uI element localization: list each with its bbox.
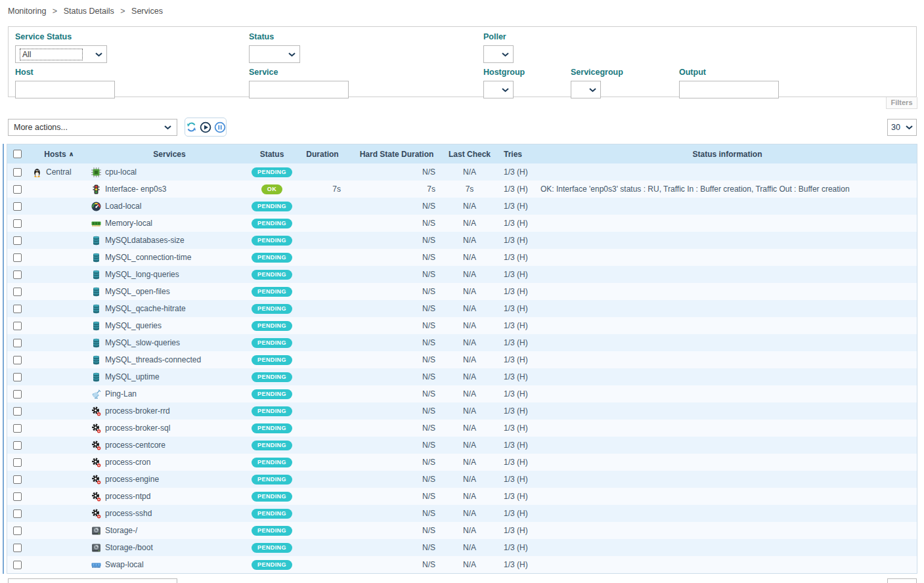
status-badge: PENDING [252,423,292,433]
column-header-services[interactable]: Services [91,150,248,159]
service-name[interactable]: Interface- enp0s3 [105,184,166,194]
last-check-value: N/A [445,321,495,330]
select-all-checkbox[interactable] [13,150,22,158]
service-name[interactable]: MySQL_slow-queries [105,338,180,347]
row-checkbox[interactable] [13,236,22,245]
service-name[interactable]: MySQLdatabases-size [105,236,185,245]
status-badge: PENDING [252,441,292,450]
footer-more-actions-select[interactable] [8,578,177,583]
hostgroup-select[interactable] [483,81,514,98]
row-checkbox[interactable] [13,305,22,313]
chevron-down-icon [502,87,509,93]
host-input[interactable] [15,81,115,98]
service-status-select[interactable]: All [15,45,107,63]
servicegroup-select[interactable] [571,81,601,98]
column-header-duration[interactable]: Duration [296,150,349,159]
table-row: Interface- enp0s3OK7s7s7s1/3 (H)OK: Inte… [7,181,917,198]
row-checkbox[interactable] [13,219,22,228]
service-input[interactable] [249,81,349,98]
row-checkbox[interactable] [13,492,22,501]
service-name[interactable]: cpu-local [105,167,137,177]
service-name[interactable]: MySQL_open-files [105,287,170,296]
row-checkbox[interactable] [13,168,22,177]
column-header-status-information[interactable]: Status information [538,150,917,159]
breadcrumb-item-services[interactable]: Services [131,7,163,16]
status-badge: PENDING [252,219,292,228]
column-header-last-check[interactable]: Last Check [445,150,495,159]
row-checkbox[interactable] [13,339,22,347]
service-name[interactable]: Memory-local [105,219,152,228]
row-checkbox[interactable] [13,253,22,262]
row-checkbox[interactable] [13,458,22,467]
row-checkbox[interactable] [13,202,22,211]
filters-tab[interactable]: Filters [886,97,917,109]
refresh-icon[interactable] [186,121,197,133]
service-name[interactable]: MySQL_threads-connected [105,355,201,364]
more-actions-select[interactable]: More actions... [8,119,177,136]
service-name[interactable]: process-broker-sql [105,423,170,433]
play-icon[interactable] [200,121,211,133]
service-name[interactable]: Ping-Lan [105,389,137,399]
tries-value: 1/3 (H) [495,270,538,279]
row-checkbox[interactable] [13,407,22,416]
hard-state-duration-value: N/S [349,287,445,296]
row-checkbox[interactable] [13,356,22,364]
table-left-accent [3,144,4,574]
output-input[interactable] [679,81,779,98]
row-checkbox[interactable] [13,475,22,484]
service-name[interactable]: MySQL_connection-time [105,253,191,262]
row-checkbox[interactable] [13,322,22,330]
host-name[interactable]: Central [46,167,72,177]
pause-icon[interactable] [214,121,226,133]
row-checkbox[interactable] [13,509,22,518]
last-check-value: N/A [445,509,495,518]
service-name[interactable]: process-ntpd [105,492,150,501]
service-name[interactable]: Swap-local [105,560,144,569]
sort-ascending-icon[interactable]: ∧ [69,150,74,158]
swap-icon [91,560,101,570]
hard-state-duration-value: N/S [349,236,445,245]
service-name[interactable]: MySQL_queries [105,321,162,330]
status-select[interactable] [249,45,300,63]
status-badge: PENDING [252,287,292,297]
column-header-hard-state-duration[interactable]: Hard State Duration [349,150,445,159]
row-checkbox[interactable] [13,527,22,535]
hard-state-duration-value: N/S [349,355,445,364]
column-header-hosts[interactable]: Hosts ∧ [27,150,91,159]
footer-page-size-select[interactable] [887,578,917,583]
row-checkbox[interactable] [13,561,22,569]
row-checkbox[interactable] [13,373,22,381]
row-checkbox[interactable] [13,424,22,433]
breadcrumb-item-monitoring[interactable]: Monitoring [8,7,46,16]
service-name[interactable]: process-sshd [105,509,152,518]
row-checkbox[interactable] [13,185,22,194]
service-label: Service [249,68,349,77]
service-name[interactable]: MySQL_uptime [105,372,160,381]
service-name[interactable]: Load-local [105,202,141,211]
monitoring-controls [185,118,227,137]
service-name[interactable]: MySQL_long-queries [105,270,179,279]
hard-state-duration-value: N/S [349,304,445,313]
column-header-status[interactable]: Status [248,150,296,159]
service-name[interactable]: MySQL_qcache-hitrate [105,304,186,313]
gear-icon [91,406,101,416]
row-checkbox[interactable] [13,441,22,450]
hard-state-duration-value: N/S [349,441,445,450]
service-name[interactable]: Storage-/ [105,526,137,535]
service-name[interactable]: process-broker-rrd [105,406,170,416]
service-name[interactable]: process-cron [105,458,150,467]
breadcrumb: Monitoring > Status Details > Services [8,7,163,16]
page-size-select[interactable]: 30 [887,119,917,136]
poller-select[interactable] [483,45,514,63]
row-checkbox[interactable] [13,544,22,552]
breadcrumb-item-status-details[interactable]: Status Details [64,7,114,16]
row-checkbox[interactable] [13,288,22,296]
column-header-tries[interactable]: Tries [495,150,538,159]
service-name[interactable]: Storage-/boot [105,543,153,552]
status-information-value: OK: Interface 'enp0s3' status : RU, Traf… [538,184,917,194]
service-name[interactable]: process-centcore [105,441,165,450]
row-checkbox[interactable] [13,390,22,399]
tries-value: 1/3 (H) [495,321,538,330]
row-checkbox[interactable] [13,270,22,279]
service-name[interactable]: process-engine [105,475,159,484]
